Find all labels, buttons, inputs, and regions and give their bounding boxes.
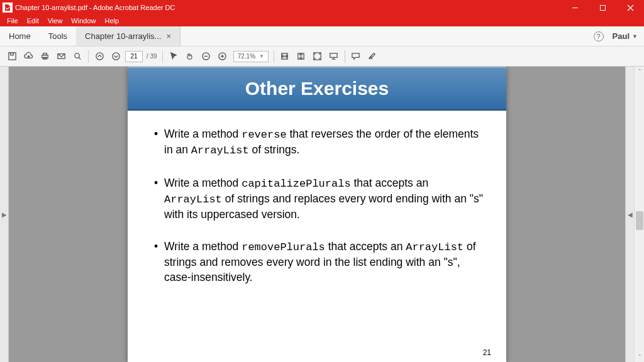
email-icon[interactable]	[53, 48, 69, 65]
tab-tools-label: Tools	[48, 31, 67, 41]
pointer-icon[interactable]	[165, 48, 182, 65]
fit-width-icon[interactable]	[277, 48, 293, 65]
print-icon[interactable]	[36, 48, 53, 65]
fullscreen-icon[interactable]	[309, 48, 326, 65]
search-icon[interactable]	[69, 48, 86, 65]
page-down-icon[interactable]	[108, 48, 124, 65]
svg-rect-1	[600, 5, 605, 10]
svg-point-10	[74, 53, 79, 58]
tab-home[interactable]: Home	[0, 26, 40, 46]
vertical-scrollbar[interactable]: ˄ ˅	[634, 67, 644, 362]
menu-bar: File Edit View Window Help	[0, 15, 644, 26]
slide-body: Write a method reverse that reverses the…	[128, 111, 506, 328]
menu-file[interactable]: File	[3, 17, 23, 25]
scroll-up-icon[interactable]: ˄	[635, 67, 644, 77]
app-icon	[3, 3, 13, 13]
tab-home-label: Home	[9, 31, 31, 41]
maximize-button[interactable]	[589, 0, 616, 15]
zoom-out-icon[interactable]	[198, 48, 214, 65]
menu-help[interactable]: Help	[100, 17, 123, 25]
tab-document[interactable]: Chapter 10-arraylis... ×	[76, 26, 180, 46]
svg-rect-7	[43, 53, 47, 55]
slide-page-number: 21	[483, 348, 491, 357]
hand-icon[interactable]	[182, 48, 198, 65]
menu-view[interactable]: View	[43, 17, 67, 25]
scrollbar-thumb[interactable]	[636, 211, 643, 230]
slide-page: Other Exercises Write a method reverse t…	[128, 67, 506, 362]
read-mode-icon[interactable]	[326, 48, 342, 65]
comment-icon[interactable]	[348, 48, 364, 65]
svg-rect-22	[330, 53, 337, 58]
tab-tools[interactable]: Tools	[40, 26, 76, 46]
tab-close-icon[interactable]: ×	[166, 31, 171, 41]
svg-point-13	[112, 53, 119, 60]
svg-rect-4	[8, 53, 15, 60]
window-title: Chapter 10-arraylist.pdf - Adobe Acrobat…	[15, 4, 175, 11]
page-canvas[interactable]: Other Exercises Write a method reverse t…	[9, 67, 625, 362]
svg-point-12	[96, 53, 103, 60]
document-viewport: ▶ Other Exercises Write a method reverse…	[0, 67, 644, 362]
save-icon[interactable]	[4, 48, 20, 65]
menu-edit[interactable]: Edit	[23, 17, 43, 25]
bullet-item: Write a method reverse that reverses the…	[154, 127, 487, 158]
page-number-input[interactable]	[125, 51, 143, 62]
chevron-down-icon: ▼	[259, 53, 264, 59]
right-panel-toggle[interactable]: ◀	[625, 67, 634, 362]
tab-document-label: Chapter 10-arraylis...	[85, 31, 161, 41]
help-icon[interactable]: ?	[594, 31, 604, 41]
bullet-item: Write a method removePlurals that accept…	[154, 239, 487, 285]
title-bar: Chapter 10-arraylist.pdf - Adobe Acrobat…	[0, 0, 644, 15]
svg-line-11	[79, 57, 80, 59]
fit-page-icon[interactable]	[293, 48, 309, 65]
scroll-down-icon[interactable]: ˅	[635, 352, 644, 362]
slide-title: Other Exercises	[128, 67, 506, 111]
zoom-level-label: 72.1%	[238, 53, 255, 60]
page-total-label: / 39	[147, 53, 157, 60]
menu-window[interactable]: Window	[67, 17, 100, 25]
bullet-item: Write a method capitalizePlurals that ac…	[154, 176, 487, 222]
close-button[interactable]	[616, 0, 644, 15]
left-panel-toggle[interactable]: ▶	[0, 67, 9, 362]
minimize-button[interactable]	[561, 0, 589, 15]
zoom-level-dropdown[interactable]: 72.1%▼	[233, 51, 269, 62]
zoom-in-icon[interactable]	[214, 48, 231, 65]
sign-icon[interactable]	[364, 48, 380, 65]
user-menu[interactable]: Paul	[613, 31, 630, 41]
page-up-icon[interactable]	[91, 48, 108, 65]
cloud-upload-icon[interactable]	[20, 48, 36, 65]
tab-row: Home Tools Chapter 10-arraylis... × ? Pa…	[0, 26, 644, 47]
svg-rect-5	[10, 53, 13, 55]
toolbar: / 39 72.1%▼	[0, 47, 644, 67]
chevron-down-icon: ▼	[632, 33, 638, 40]
